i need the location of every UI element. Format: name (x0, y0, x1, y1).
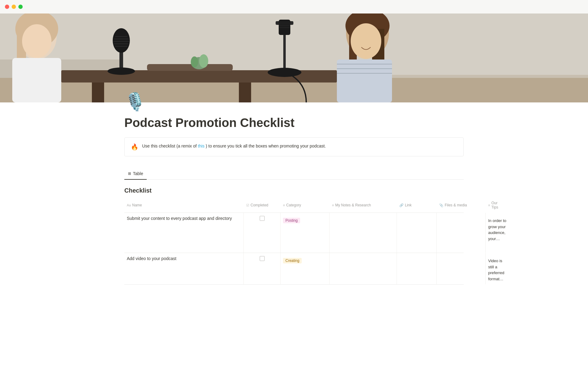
th-files: 📎 Files & media (437, 199, 486, 211)
table-tab-icon: ⊞ (128, 171, 131, 176)
tab-table[interactable]: ⊞ Table (124, 169, 147, 180)
row-1-tips-text: In order to grow your audience, your pod… (488, 215, 507, 242)
th-name-icon: Aa (127, 203, 131, 207)
row-2-tips-text: Video is still a preferred format for ma… (488, 255, 504, 282)
row-2-notes-cell[interactable] (330, 253, 397, 284)
table-section: Checklist Aa Name ☑ Completed ≡ Category… (124, 187, 464, 285)
row-2-link-cell[interactable] (397, 253, 437, 284)
close-button[interactable] (5, 5, 9, 9)
row-1-tips-cell: In order to grow your audience, your pod… (486, 213, 510, 253)
callout-block: 🔥 Use this checklist (a remix of this ) … (124, 137, 464, 156)
page-icon: 🎙️ (124, 93, 464, 110)
callout-link[interactable]: this (198, 144, 205, 148)
th-notes: ≡ My Notes & Research (330, 199, 397, 211)
row-2-files-cell[interactable] (437, 253, 486, 284)
svg-point-32 (22, 24, 51, 58)
svg-rect-31 (12, 58, 61, 102)
th-link-icon: 🔗 (399, 203, 404, 207)
tabs-container: ⊞ Table (124, 169, 464, 180)
row-1-completed-cell[interactable] (244, 213, 281, 253)
callout-icon: 🔥 (131, 143, 138, 151)
row-2-checkbox[interactable] (260, 256, 265, 261)
table-row: Submit your content to every podcast app… (124, 213, 464, 253)
row-1-category-cell: Posting (281, 213, 330, 253)
svg-rect-7 (147, 64, 233, 71)
th-category-icon: ≡ (283, 203, 285, 207)
th-files-icon: 📎 (439, 203, 443, 207)
table-row: Add video to your podcast Creating Video… (124, 253, 464, 285)
row-1-notes-cell[interactable] (330, 213, 397, 253)
svg-rect-5 (92, 82, 104, 102)
th-category: ≡ Category (281, 199, 330, 211)
row-1-category-tag: Posting (283, 218, 300, 223)
page-body: 🎙️ Podcast Promotion Checklist 🔥 Use thi… (95, 93, 493, 285)
title-bar (0, 0, 588, 13)
row-2-name: Add video to your podcast (127, 256, 176, 261)
row-2-name-cell[interactable]: Add video to your podcast (124, 253, 244, 284)
svg-point-9 (199, 54, 208, 68)
th-name: Aa Name (124, 199, 244, 211)
row-2-tips-cell: Video is still a preferred format for ma… (486, 253, 507, 284)
row-1-checkbox[interactable] (260, 216, 265, 221)
callout-text: Use this checklist (a remix of this ) to… (142, 143, 326, 149)
svg-point-12 (113, 28, 130, 53)
section-heading: Checklist (124, 187, 464, 194)
th-tips-icon: ≡ (488, 203, 490, 207)
hero-banner (0, 13, 588, 102)
th-completed-icon: ☑ (246, 203, 249, 207)
row-2-completed-cell[interactable] (244, 253, 281, 284)
main-content: 🎙️ Podcast Promotion Checklist 🔥 Use thi… (0, 13, 588, 285)
th-link: 🔗 Link (397, 199, 437, 211)
row-2-category-cell: Creating (281, 253, 330, 284)
minimize-button[interactable] (12, 5, 16, 9)
row-2-category-tag: Creating (283, 258, 302, 263)
row-1-link-cell[interactable] (397, 213, 437, 253)
svg-point-37 (351, 23, 381, 59)
svg-point-10 (191, 56, 198, 67)
row-1-name: Submit your content to every podcast app… (127, 216, 232, 221)
th-tips: ≡ Our Tips (486, 199, 501, 211)
maximize-button[interactable] (18, 5, 23, 9)
row-1-name-cell[interactable]: Submit your content to every podcast app… (124, 213, 244, 253)
table-header: Aa Name ☑ Completed ≡ Category ≡ My Note… (124, 198, 464, 213)
th-notes-icon: ≡ (332, 203, 334, 207)
tab-table-label: Table (133, 171, 143, 176)
row-1-files-cell[interactable] (437, 213, 486, 253)
th-completed: ☑ Completed (244, 199, 281, 211)
page-title: Podcast Promotion Checklist (124, 115, 464, 130)
